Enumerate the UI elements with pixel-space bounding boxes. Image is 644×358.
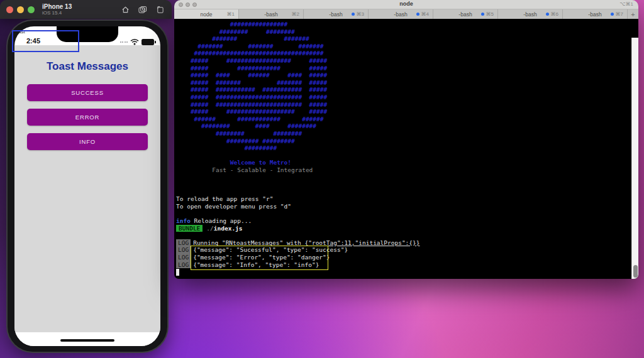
success-button[interactable]: SUCCESS: [27, 84, 148, 101]
log-block: LOG Running "RNtoastMessages" with {"roo…: [176, 239, 638, 268]
log-badge: LOG: [176, 261, 191, 269]
tab-bash-5[interactable]: -bash ⌘5: [433, 9, 498, 19]
help-line-devmenu: To open developer menu press "d": [176, 203, 638, 210]
log-badge: LOG: [176, 254, 191, 261]
desktop: iPhone 13 iOS 15.4 ast 2:45: [0, 0, 644, 358]
metro-ascii-logo: ################ ######## ######## #####…: [176, 21, 638, 152]
battery-icon: [142, 39, 154, 45]
tab-activity-dot: [352, 13, 355, 16]
tab-activity-dot: [611, 13, 614, 16]
terminal-window: node ⌥⌘1 node ⌘1 -bash ⌘2 -bash ⌘3 -bash…: [174, 0, 638, 279]
terminal-output: ################ ######## ######## #####…: [174, 19, 638, 279]
os-version: iOS 15.4: [42, 10, 72, 16]
bundle-badge: BUNDLE: [176, 225, 203, 232]
bundle-line: BUNDLE./index.js: [176, 225, 638, 232]
inspect-highlight-rect: [12, 30, 79, 52]
tab-bash-2[interactable]: -bash ⌘2: [239, 9, 304, 19]
terminal-titlebar[interactable]: node ⌥⌘1: [174, 0, 638, 9]
tab-node[interactable]: node ⌘1: [174, 9, 239, 19]
simulator-titlebar[interactable]: iPhone 13 iOS 15.4: [0, 0, 172, 19]
home-icon[interactable]: [121, 6, 130, 14]
metro-welcome: Welcome to Metro!: [176, 159, 638, 166]
phone-screen: ast 2:45 Toast Messages SUCCESS ERROR IN…: [14, 26, 160, 346]
window-shortcut: ⌥⌘1: [619, 1, 633, 7]
cellular-signal-icon: [120, 41, 128, 43]
page-title: Toast Messages: [14, 60, 160, 73]
window-title: node: [174, 1, 638, 7]
log-line: LOG {"message": "Sucessful", "type": "su…: [176, 246, 638, 254]
metro-tagline: Fast - Scalable - Integrated: [176, 166, 638, 174]
tab-bash-7[interactable]: -bash ⌘7: [563, 9, 628, 19]
close-button[interactable]: [6, 6, 13, 13]
scrollbar-thumb[interactable]: [633, 265, 638, 278]
device-name: iPhone 13: [42, 3, 72, 11]
info-label: info: [176, 217, 191, 224]
log-line: LOG Running "RNtoastMessages" with {"roo…: [176, 239, 638, 247]
scrollbar-track[interactable]: [631, 38, 638, 279]
screenshot-icon[interactable]: [138, 6, 147, 14]
simulator-title-block: iPhone 13 iOS 15.4: [42, 3, 72, 16]
home-indicator[interactable]: [60, 339, 114, 342]
tab-bash-6[interactable]: -bash ⌘6: [498, 9, 563, 19]
log-badge: LOG: [176, 246, 191, 254]
tab-bash-4[interactable]: -bash ⌘4: [369, 9, 433, 19]
home-strip: [14, 332, 160, 346]
log-badge: LOG: [176, 239, 191, 247]
tab-bash-3[interactable]: -bash ⌘3: [304, 9, 369, 19]
tab-activity-dot: [416, 13, 419, 16]
error-button[interactable]: ERROR: [27, 109, 148, 126]
tab-activity-dot: [546, 13, 549, 16]
log-line: LOG {"message": "Error", "type": "danger…: [176, 254, 638, 261]
iphone-device: ast 2:45 Toast Messages SUCCESS ERROR IN…: [8, 21, 167, 352]
info-button[interactable]: INFO: [27, 133, 148, 150]
tab-activity-dot: [481, 13, 484, 16]
log-line: LOG {"message": "Info", "type": "info"}: [176, 261, 638, 269]
rotate-icon[interactable]: [156, 6, 164, 14]
app-content: Toast Messages SUCCESS ERROR INFO: [14, 45, 160, 332]
zoom-button[interactable]: [28, 6, 35, 13]
simulator-window-controls: [6, 6, 35, 13]
bundle-file: index.js: [214, 225, 243, 232]
help-line-reload: To reload the app press "r": [176, 195, 638, 203]
terminal-tabbar: node ⌘1 -bash ⌘2 -bash ⌘3 -bash ⌘4 -bash…: [174, 9, 638, 19]
minimize-button[interactable]: [17, 6, 24, 13]
info-line: info Reloading app...: [176, 217, 638, 225]
terminal-cursor: [176, 269, 179, 276]
new-tab-button[interactable]: +: [628, 9, 638, 19]
